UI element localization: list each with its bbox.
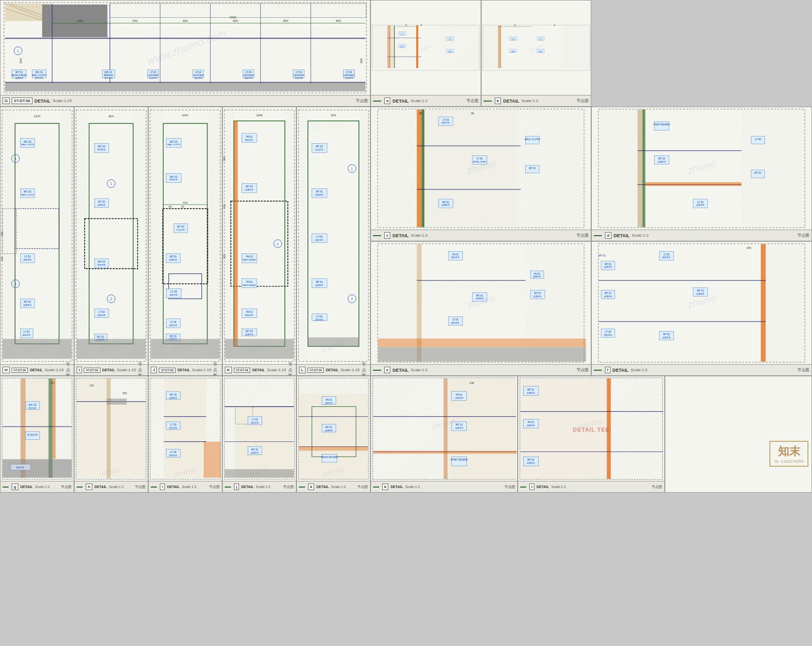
- panel-K: PA 01 喷绘等等 MT 01 金属等等 PA 03 PAINT BOARD …: [222, 107, 296, 376]
- svg-rect-441: [299, 447, 368, 451]
- svg-rect-74: [389, 25, 390, 68]
- logo-main-text: 知末: [774, 444, 803, 459]
- panel-id-L: L: [299, 367, 306, 373]
- svg-text:MT 01: MT 01: [658, 157, 665, 160]
- panel-scale-l2: Scale:1:2: [551, 485, 566, 489]
- panel-node-g: 节点图: [61, 485, 72, 490]
- svg-text:564: 564: [19, 58, 22, 63]
- svg-text:WC 01: WC 01: [170, 176, 178, 178]
- svg-text:LT 03: LT 03: [346, 71, 352, 74]
- svg-rect-18: [5, 82, 365, 91]
- panel-d: PAINT BOARD MT 01 金属等等 LT 03 皮纹等等 LT 05 …: [591, 107, 812, 241]
- svg-text:皮纹等等: 皮纹等等: [23, 259, 31, 261]
- svg-text:喷绘等等: 喷绘等等: [245, 314, 253, 316]
- svg-rect-217: [234, 121, 285, 346]
- svg-text:PA 01: PA 01: [456, 394, 462, 396]
- panel-detail-e: DETAIL: [392, 368, 409, 373]
- panel-node-k2: 节点图: [504, 485, 515, 490]
- panel-scale-H: Scale:1:15: [45, 368, 64, 372]
- svg-text:WALL CLOTH: WALL CLOTH: [21, 193, 34, 196]
- svg-text:LT 03: LT 03: [443, 119, 449, 121]
- svg-text:160: 160: [223, 204, 226, 208]
- panel-code-H: ST.DT.06: [12, 368, 28, 373]
- svg-text:MT 02: MT 02: [316, 145, 323, 148]
- label-bar-h: h DETAIL Scale:1:2 节点图: [75, 481, 148, 492]
- panel-scale-d: Scale:1:2: [632, 233, 649, 238]
- svg-text:清漆等等: 清漆等等: [455, 397, 463, 399]
- main-container: 1200 340 900 600 600 900 3100 564 MT 01 …: [0, 0, 812, 646]
- svg-text:皮纹等等: 皮纹等等: [169, 454, 177, 457]
- panel-id-H: H: [3, 367, 10, 373]
- panel-node-a: 节点图: [466, 98, 479, 104]
- svg-text:100: 100: [89, 384, 93, 387]
- panel-detail-f: DETAIL: [613, 368, 629, 373]
- panel-id-j: j: [234, 483, 239, 490]
- svg-text:皮纹等等: 皮纹等等: [169, 427, 177, 429]
- svg-text:皮纹等等: 皮纹等等: [451, 321, 459, 324]
- panel-code-G: ST.DT.06: [12, 98, 32, 104]
- panel-code-I: ST.DT.06: [84, 368, 100, 373]
- svg-rect-73: [387, 25, 389, 68]
- panel-id-l2: l: [529, 483, 534, 490]
- panel-scale-j: Scale:1:2: [256, 485, 270, 489]
- label-bar-l2: l DETAIL Scale:1:2 节点图: [518, 481, 664, 492]
- svg-rect-276: [378, 110, 417, 227]
- svg-text:金属等等: 金属等等: [245, 188, 253, 191]
- label-bar-k2: k DETAIL Scale:1:2 节点图: [371, 481, 517, 492]
- svg-text:PA 03: PA 03: [246, 255, 253, 258]
- svg-text:WC 02: WC 02: [98, 145, 106, 148]
- svg-rect-215: [225, 110, 234, 359]
- label-bar-g: g DETAIL Scale:1:2 节点图: [1, 481, 74, 492]
- panel-id-g: g: [12, 483, 18, 490]
- svg-text:LEATHER: LEATHER: [400, 34, 405, 35]
- svg-rect-181: [207, 110, 220, 359]
- svg-text:MT 01: MT 01: [527, 459, 534, 461]
- svg-text:WALL CLOTH: WALL CLOTH: [167, 143, 180, 146]
- panel-detail-g: DETAIL: [20, 485, 33, 489]
- svg-text:LT 04: LT 04: [170, 321, 176, 324]
- svg-text:MR 01: MR 01: [105, 71, 112, 74]
- svg-rect-99: [483, 25, 498, 68]
- svg-text:金属等等: 金属等等: [15, 77, 23, 79]
- panel-l2: MT 01 金属等等 PA 01 清漆等等 MT 01 金属等等 DETAIL …: [518, 376, 665, 493]
- svg-text:PAINT BOARD: PAINT BOARD: [243, 259, 256, 261]
- svg-text:80: 80: [419, 112, 422, 115]
- svg-text:LT 03: LT 03: [170, 424, 176, 426]
- label-bar-e: e DETAIL Scale:1:2 节点图: [371, 364, 591, 375]
- panel-detail-K: DETAIL: [252, 368, 265, 372]
- svg-text:61: 61: [554, 24, 556, 26]
- label-bar-K: K ST.DT.06 DETAIL Scale:1:15 节点图: [223, 364, 296, 375]
- svg-text:MT 02: MT 02: [177, 225, 184, 228]
- svg-text:金属等等: 金属等等: [604, 266, 612, 268]
- svg-rect-75: [390, 25, 394, 68]
- svg-rect-123: [15, 123, 59, 344]
- panel-id-I: I: [77, 367, 82, 373]
- svg-text:1370: 1370: [33, 115, 41, 118]
- svg-text:皮纹等等: 皮纹等等: [194, 77, 202, 79]
- svg-text:LT 03: LT 03: [605, 331, 611, 333]
- panel-node-e: 节点图: [577, 367, 589, 373]
- svg-text:LT 04: LT 04: [195, 71, 201, 74]
- panel-scale-b: Scale:1:2: [521, 99, 538, 103]
- svg-text:1: 1: [17, 49, 19, 53]
- svg-text:皮纹等等: 皮纹等等: [97, 314, 106, 316]
- svg-rect-303: [637, 110, 642, 227]
- svg-rect-249: [359, 110, 368, 359]
- svg-text:金属等等: 金属等等: [696, 293, 704, 295]
- svg-text:PAINT BOARD: PAINT BOARD: [243, 284, 256, 286]
- svg-rect-183: [163, 209, 208, 284]
- panel-detail-j: DETAIL: [241, 485, 254, 489]
- label-bar-k-bot: k DETAIL Scale:1:2 节点图: [297, 481, 370, 492]
- svg-text:MT 01: MT 01: [529, 167, 536, 170]
- svg-text:90: 90: [405, 24, 408, 26]
- svg-text:金属等等: 金属等等: [325, 429, 333, 432]
- panel-node-k: 节点图: [357, 485, 368, 490]
- svg-text:600: 600: [283, 19, 289, 22]
- panel-scale-i: Scale:1:2: [182, 485, 196, 489]
- svg-rect-152: [77, 110, 89, 359]
- svg-text:LT 03: LT 03: [296, 71, 302, 74]
- svg-text:20: 20: [181, 206, 184, 208]
- svg-rect-471: [609, 378, 663, 479]
- panel-g: WC 02 壁布等等 灯点灯等 100 展开等等 zhumo g DET: [0, 376, 74, 493]
- svg-text:130: 130: [469, 381, 475, 384]
